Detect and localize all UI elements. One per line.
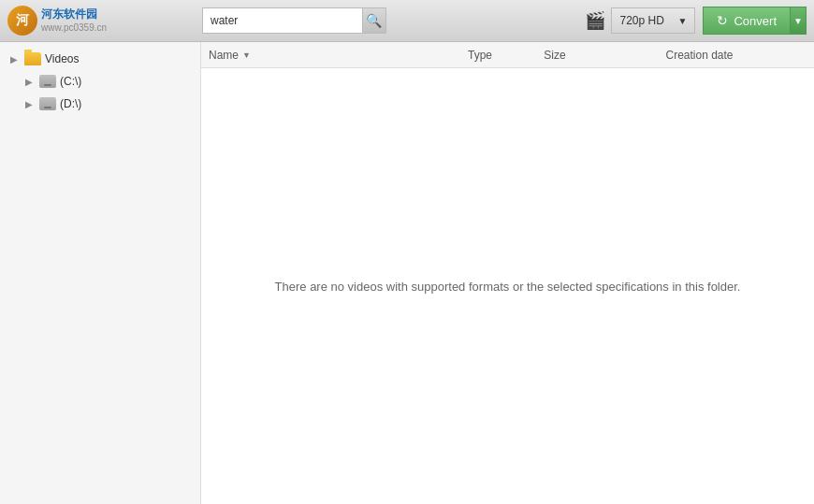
app-logo: 河 — [7, 6, 37, 36]
logo-text: 河东软件园 www.pc0359.cn — [41, 7, 107, 35]
drive-icon — [39, 97, 56, 110]
content-area: Name ▼ Type Size Creation date There are… — [201, 42, 814, 504]
sidebar-item-c[interactable]: ▶ (C:\) — [15, 70, 200, 93]
logo-line2: www.pc0359.cn — [41, 22, 107, 34]
search-input[interactable] — [202, 7, 362, 34]
sidebar-item-label: (D:\) — [60, 97, 81, 110]
sidebar-item-label: (C:\) — [60, 75, 81, 88]
table-header: Name ▼ Type Size Creation date — [201, 42, 814, 68]
column-name[interactable]: Name ▼ — [209, 49, 443, 62]
toolbar: 河 河东软件园 www.pc0359.cn 🔍 🎬 720p HD ▼ ↻ Co… — [0, 0, 814, 42]
logo-area: 河 河东软件园 www.pc0359.cn — [7, 6, 195, 36]
column-size-label: Size — [544, 49, 565, 62]
column-date-label: Creation date — [665, 49, 733, 62]
column-type-label: Type — [468, 49, 492, 62]
search-button[interactable]: 🔍 — [362, 7, 386, 34]
search-icon: 🔍 — [366, 13, 382, 28]
sort-icon: ▼ — [242, 50, 251, 60]
format-area: 🎬 720p HD ▼ — [585, 7, 695, 34]
empty-message: There are no videos with supported forma… — [201, 68, 814, 504]
convert-button[interactable]: ↻ Convert — [703, 7, 790, 35]
drive-icon — [39, 75, 56, 88]
film-icon: 🎬 — [585, 10, 605, 31]
column-date: Creation date — [592, 49, 807, 62]
chevron-down-icon: ▼ — [678, 16, 688, 26]
convert-icon: ↻ — [717, 13, 728, 28]
column-size: Size — [517, 49, 592, 62]
format-select[interactable]: 720p HD ▼ — [611, 7, 695, 34]
column-name-label: Name — [209, 49, 239, 62]
expand-icon: ▶ — [22, 77, 36, 87]
main-area: ▶ Videos ▶ (C:\) ▶ (D:\) Name ▼ — [0, 42, 814, 504]
convert-dropdown-button[interactable]: ▼ — [790, 7, 807, 35]
sidebar-item-videos[interactable]: ▶ Videos — [0, 48, 200, 70]
sidebar-item-d[interactable]: ▶ (D:\) — [15, 93, 200, 115]
sidebar-item-label: Videos — [45, 52, 79, 65]
sidebar-children: ▶ (C:\) ▶ (D:\) — [0, 70, 200, 115]
logo-line1: 河东软件园 — [41, 7, 107, 22]
convert-label: Convert — [734, 14, 777, 28]
chevron-down-icon: ▼ — [793, 16, 803, 26]
search-area: 🔍 — [202, 7, 386, 34]
sidebar: ▶ Videos ▶ (C:\) ▶ (D:\) — [0, 42, 201, 504]
folder-icon — [24, 52, 41, 65]
expand-icon: ▶ — [22, 99, 36, 109]
format-label: 720p HD — [619, 14, 663, 27]
expand-icon: ▶ — [7, 54, 21, 65]
empty-message-text: There are no videos with supported forma… — [275, 280, 741, 294]
convert-button-group: ↻ Convert ▼ — [703, 7, 807, 35]
column-type: Type — [443, 49, 517, 62]
